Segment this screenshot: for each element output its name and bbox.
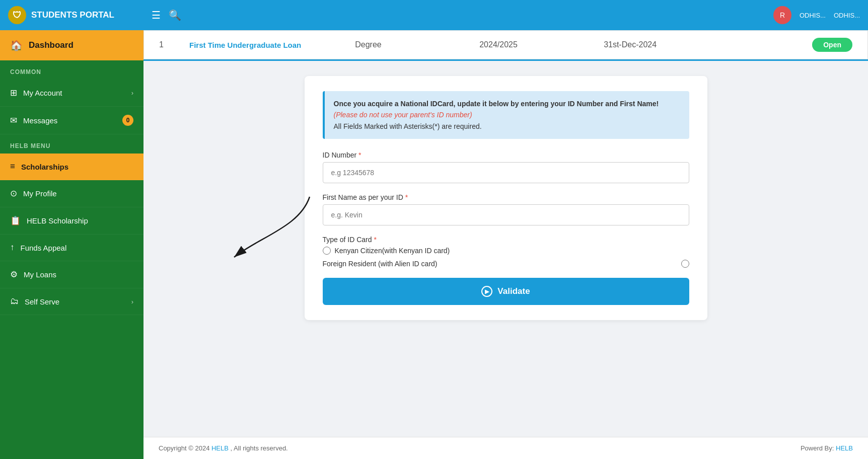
id-type-label: Type of ID Card * [323, 236, 689, 244]
main-content: 1 First Time Undergraduate Loan Degree 2… [143, 30, 868, 459]
sidebar: 🏠 Dashboard COMMON ⊞ My Account › ✉ Mess… [0, 30, 143, 459]
navbar-right: R ODHIS... ODHIS... [773, 6, 860, 24]
table-col-type: Degree [355, 40, 479, 49]
id-type-group: Type of ID Card * Kenyan Citizen(with Ke… [323, 236, 689, 268]
id-type-required: * [374, 236, 376, 244]
play-icon: ▶ [481, 286, 492, 297]
helb-menu-label: HELB MENU [0, 134, 143, 154]
info-banner: Once you acquire a National IDCard, upda… [323, 91, 689, 139]
user-name: ODHIS... [800, 12, 826, 19]
radio-group: Kenyan Citizen(with Kenyan ID card) Fore… [323, 247, 689, 268]
sidebar-item-self-serve[interactable]: 🗂 Self Serve › [0, 288, 143, 315]
id-number-group: ID Number * [323, 151, 689, 183]
sidebar-item-funds-appeal[interactable]: ↑ Funds Appeal [0, 235, 143, 261]
my-loans-label: My Loans [24, 270, 56, 279]
menu-icon[interactable]: ☰ [152, 9, 161, 21]
table-col-date: 31st-Dec-2024 [604, 40, 769, 49]
table-section: 1 First Time Undergraduate Loan Degree 2… [143, 30, 868, 61]
info-banner-warning: (Please do not use your parent's ID numb… [334, 111, 472, 119]
radio-kenyan[interactable] [323, 247, 331, 255]
messages-icon: ✉ [10, 115, 17, 126]
sidebar-item-my-loans[interactable]: ⚙ My Loans [0, 261, 143, 288]
sidebar-item-scholarships[interactable]: ≡ Scholarships [0, 154, 143, 180]
table-col-loan-name[interactable]: First Time Undergraduate Loan [189, 41, 355, 49]
radio-option-foreign[interactable]: Foreign Resident (with Alien ID card) [323, 260, 689, 268]
info-banner-sub: All Fields Marked with Asterisks(*) are … [334, 122, 482, 130]
sidebar-item-dashboard[interactable]: 🏠 Dashboard [0, 30, 143, 60]
form-section: Once you acquire a National IDCard, upda… [143, 61, 868, 437]
messages-label: Messages [23, 116, 57, 125]
layout: 🏠 Dashboard COMMON ⊞ My Account › ✉ Mess… [0, 30, 868, 459]
helb-scholarship-label: HELB Scholarship [27, 216, 88, 225]
sidebar-item-my-account[interactable]: ⊞ My Account › [0, 80, 143, 107]
powered-by-text: Powerd By: [801, 444, 834, 452]
form-card: Once you acquire a National IDCard, upda… [305, 76, 707, 320]
radio-foreign-label: Foreign Resident (with Alien ID card) [323, 260, 438, 268]
table-row: 1 First Time Undergraduate Loan Degree 2… [143, 30, 868, 59]
table-col-num: 1 [159, 40, 189, 49]
sidebar-item-my-profile[interactable]: ⊙ My Profile [0, 180, 143, 207]
first-name-group: First Name as per your ID * [323, 193, 689, 225]
user-email: ODHIS... [834, 12, 860, 19]
info-banner-main: Once you acquire a National IDCard, upda… [334, 100, 659, 108]
footer-right: Powerd By: HELB [801, 444, 853, 452]
brand-text: STUDENTS PORTAL [31, 10, 114, 20]
scholarships-icon: ≡ [10, 162, 15, 172]
dashboard-label: Dashboard [29, 40, 74, 50]
radio-kenyan-label: Kenyan Citizen(with Kenyan ID card) [335, 247, 450, 255]
my-account-label: My Account [23, 89, 62, 97]
helb-link[interactable]: HELB [211, 444, 229, 452]
sidebar-item-messages[interactable]: ✉ Messages 0 [0, 107, 143, 134]
footer-left: Copyright © 2024 HELB , All rights reser… [159, 444, 288, 452]
id-number-required: * [358, 151, 361, 159]
my-profile-label: My Profile [23, 189, 57, 198]
profile-icon: ⊙ [10, 188, 17, 199]
home-icon: 🏠 [10, 39, 23, 51]
validate-label: Validate [497, 286, 530, 296]
footer: Copyright © 2024 HELB , All rights reser… [143, 437, 868, 459]
first-name-label: First Name as per your ID * [323, 193, 689, 201]
chevron-icon: › [131, 89, 133, 97]
validate-button[interactable]: ▶ Validate [323, 278, 689, 305]
sidebar-item-helb-scholarship[interactable]: 📋 HELB Scholarship [0, 207, 143, 235]
brand: 🛡 STUDENTS PORTAL [8, 6, 152, 24]
first-name-input[interactable] [323, 204, 689, 225]
self-serve-label: Self Serve [25, 297, 59, 306]
funds-appeal-icon: ↑ [10, 243, 15, 253]
radio-option-kenyan[interactable]: Kenyan Citizen(with Kenyan ID card) [323, 247, 689, 255]
status-badge: Open [812, 38, 852, 52]
self-serve-icon: 🗂 [10, 296, 19, 307]
account-icon: ⊞ [10, 88, 17, 98]
my-loans-icon: ⚙ [10, 269, 18, 280]
copyright-text: Copyright © 2024 [159, 444, 209, 452]
id-number-input[interactable] [323, 162, 689, 183]
avatar: R [773, 6, 791, 24]
arrow-annotation [219, 187, 320, 267]
id-number-label: ID Number * [323, 151, 689, 159]
navbar: 🛡 STUDENTS PORTAL ☰ 🔍 R ODHIS... ODHIS..… [0, 0, 868, 30]
table-col-year: 2024/2025 [479, 40, 604, 49]
common-section-label: COMMON [0, 60, 143, 80]
helb-scholarship-icon: 📋 [10, 215, 21, 226]
first-name-required: * [405, 193, 408, 201]
radio-foreign[interactable] [681, 260, 689, 268]
self-serve-chevron: › [131, 298, 133, 305]
search-icon[interactable]: 🔍 [169, 9, 181, 21]
scholarships-label: Scholarships [21, 163, 68, 171]
table-col-status: Open [769, 38, 852, 52]
funds-appeal-label: Funds Appeal [21, 244, 67, 252]
logo-icon: 🛡 [8, 6, 26, 24]
footer-middle: , All rights reserved. [231, 444, 288, 452]
powered-helb-link[interactable]: HELB [836, 444, 853, 452]
messages-badge: 0 [122, 115, 133, 126]
